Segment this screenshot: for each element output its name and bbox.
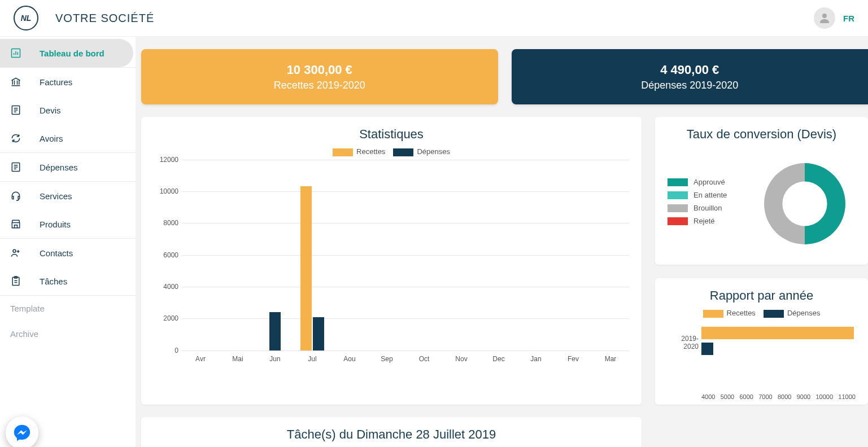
card-tasks: Tâche(s) du Dimanche 28 Juillet 2019 Auc… [141, 417, 642, 447]
revenue-label: Recettes 2019-2020 [274, 80, 365, 91]
sidebar-item-label: Factures [40, 77, 72, 87]
sidebar-item-dashboard[interactable]: Tableau de bord [0, 39, 133, 67]
legend-label: Dépenses [417, 147, 450, 156]
sidebar-sub-archive[interactable]: Archive [0, 321, 136, 347]
x-axis: 4000500060007000800090001000011000 [701, 393, 856, 400]
sidebar-item-label: Devis [40, 106, 61, 115]
tasks-title: Tâche(s) du Dimanche 28 Juillet 2019 [154, 427, 629, 442]
sidebar-item-expenses[interactable]: Dépenses [0, 152, 136, 181]
app-header: NL VOTRE SOCIÉTÉ FR [0, 0, 868, 37]
bar-chart: 020004000600080001000012000AvrMaiJunJulA… [182, 160, 629, 364]
messenger-fab[interactable] [6, 417, 38, 447]
contacts-icon [10, 247, 21, 258]
sidebar-item-tasks[interactable]: Tâches [0, 267, 136, 295]
messenger-icon [12, 423, 32, 442]
sidebar: Tableau de bord Factures Devis Avoirs Dé… [0, 37, 136, 447]
sidebar-item-contacts[interactable]: Contacts [0, 238, 136, 267]
language-switch[interactable]: FR [843, 14, 854, 23]
card-expense[interactable]: 4 490,00 € Dépenses 2019-2020 [512, 49, 869, 104]
chart-title: Taux de conversion (Devis) [668, 127, 856, 142]
legend-label: Dépenses [787, 309, 821, 317]
expense-label: Dépenses 2019-2020 [641, 80, 738, 91]
app-logo[interactable]: NL [14, 6, 38, 30]
sidebar-item-quotes[interactable]: Devis [0, 96, 136, 124]
refresh-icon [10, 133, 21, 144]
expense-value: 4 490,00 € [660, 63, 719, 77]
sidebar-item-services[interactable]: Services [0, 181, 136, 210]
card-year-report: Rapport par année Recettes Dépenses 2019… [655, 278, 868, 405]
chart-legend: Recettes Dépenses [154, 147, 629, 156]
donut-chart [754, 153, 856, 255]
avatar-icon [818, 11, 831, 25]
main-content: 10 300,00 € Recettes 2019-2020 4 490,00 … [136, 37, 868, 447]
legend-swatch-revenue [333, 148, 353, 156]
list-icon [10, 104, 21, 116]
company-name: VOTRE SOCIÉTÉ [55, 12, 154, 25]
logo-text: NL [21, 14, 32, 23]
card-statistics-chart: Statistiques Recettes Dépenses 020004000… [141, 117, 642, 405]
legend-label: Recettes [727, 309, 756, 317]
legend-swatch-revenue [703, 310, 723, 318]
chart-title: Statistiques [154, 127, 629, 142]
svg-point-0 [822, 14, 827, 18]
chart-legend: Recettes Dépenses [668, 309, 856, 318]
store-icon [10, 218, 21, 230]
sidebar-item-label: Avoirs [40, 134, 63, 143]
chart-title: Rapport par année [668, 288, 856, 303]
list-icon [10, 161, 21, 173]
donut-legend: ApprouvéEn attenteBrouillonRejeté [668, 178, 727, 230]
horizontal-bar-chart: 2019-2020 [701, 323, 856, 391]
sidebar-item-label: Contacts [40, 248, 73, 258]
sidebar-sub-template[interactable]: Template [0, 296, 136, 321]
sidebar-item-credits[interactable]: Avoirs [0, 124, 136, 152]
clipboard-icon [10, 275, 21, 287]
card-revenue[interactable]: 10 300,00 € Recettes 2019-2020 [141, 49, 498, 104]
sidebar-item-label: Produits [40, 220, 71, 229]
sidebar-item-invoices[interactable]: Factures [0, 67, 136, 96]
svg-point-4 [13, 249, 16, 252]
legend-swatch-expense [764, 310, 784, 318]
sidebar-item-label: Tâches [40, 277, 67, 286]
sidebar-item-label: Tableau de bord [40, 49, 104, 58]
dashboard-icon [10, 47, 21, 59]
legend-label: Recettes [356, 147, 385, 156]
sidebar-item-products[interactable]: Produits [0, 210, 136, 238]
revenue-value: 10 300,00 € [287, 63, 352, 77]
sidebar-item-label: Services [40, 191, 72, 201]
sidebar-item-label: Dépenses [40, 163, 78, 172]
headset-icon [10, 190, 21, 201]
avatar[interactable] [814, 7, 835, 29]
legend-swatch-expense [393, 148, 413, 156]
bank-icon [10, 76, 21, 87]
card-conversion-rate: Taux de conversion (Devis) ApprouvéEn at… [655, 117, 868, 265]
